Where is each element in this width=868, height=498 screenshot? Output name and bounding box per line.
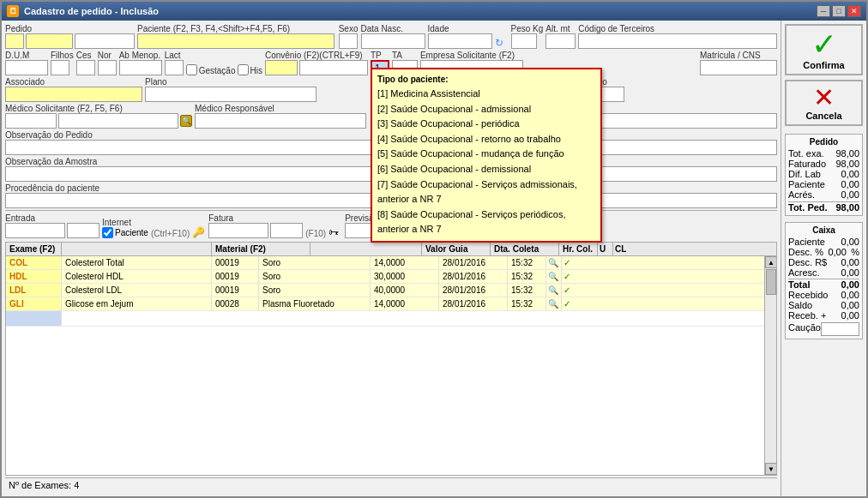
- entrada-label: Entrada: [5, 213, 99, 223]
- alt-input[interactable]: 0,00: [546, 33, 576, 49]
- minimize-button[interactable]: ─: [817, 5, 830, 17]
- scroll-up-arrow[interactable]: ▲: [765, 256, 776, 268]
- tooltip-item-8: [8] Saúde Ocupacional - Serviços periódi…: [377, 207, 595, 237]
- peso-input[interactable]: 0,0: [511, 33, 537, 49]
- entrada-date-input[interactable]: 28/01/2016: [5, 223, 65, 238]
- field-associado: Associado SARAH POSSI DOS SANTOS: [5, 77, 142, 102]
- col-valor: Valor Guia: [422, 243, 491, 255]
- medico-sol-id-input[interactable]: 0100001: [5, 113, 57, 129]
- acresc-label: Acresc.: [788, 267, 820, 278]
- associado-label: Associado: [5, 77, 142, 87]
- cancela-button[interactable]: ✕ Cancela: [785, 80, 863, 126]
- main-form: Pedido 01 0000017 01000001 Paciente (F2,…: [2, 21, 781, 496]
- his-label: His: [250, 66, 262, 75]
- paciente-name-input[interactable]: Sarah Possi dos Santos: [137, 33, 335, 49]
- pedido-id-input[interactable]: 0000017: [26, 33, 73, 49]
- row2-valor: 30,0000: [371, 270, 439, 283]
- ctrl-f10-label: (Ctrl+F10): [151, 229, 190, 238]
- caixa-paciente-row: Paciente 0,00: [788, 237, 859, 247]
- recebido-row: Recebido 0,00: [788, 290, 859, 300]
- medico-search-icon[interactable]: 🔍: [180, 115, 192, 127]
- plano-input[interactable]: [145, 87, 316, 102]
- row1-desc: Colesterol Total: [62, 256, 212, 269]
- fatura-time-input[interactable]: 15:32: [270, 223, 303, 238]
- data-nasc-input[interactable]: 11/12/1995: [361, 33, 425, 49]
- row1-mat-desc: Soro: [259, 256, 371, 269]
- maximize-button[interactable]: □: [832, 5, 846, 17]
- field-idade: Idade 20A 1M 17D: [428, 24, 492, 49]
- status-text: Nº de Exames: 4: [9, 480, 79, 490]
- entrada-time-input[interactable]: 15:32: [67, 223, 99, 238]
- confirma-label: Confirma: [790, 60, 858, 70]
- close-button[interactable]: ✕: [847, 5, 861, 17]
- filhos-label: Filhos: [51, 51, 74, 60]
- total-val: 0,00: [841, 279, 859, 290]
- matricula-input[interactable]: 2454545454: [700, 60, 777, 75]
- reload-icon[interactable]: ↻: [495, 37, 509, 49]
- tooltip-item-5: [5] Saúde Ocupacional - mudança de funçã…: [377, 147, 595, 162]
- lact-input[interactable]: [165, 60, 184, 75]
- col-hr: Hr. Col.: [559, 243, 598, 255]
- ces-input[interactable]: 0: [76, 60, 95, 75]
- tp-label: TP: [371, 51, 389, 60]
- acres-label: Acrés.: [788, 189, 815, 200]
- row4-code: GLI: [6, 297, 62, 310]
- convenio-name-input[interactable]: PLANSERV: [299, 60, 368, 75]
- convenio-code-input[interactable]: 0004: [265, 60, 298, 75]
- associado-input[interactable]: SARAH POSSI DOS SANTOS: [5, 87, 142, 102]
- dum-label: D.U.M: [5, 51, 48, 60]
- caixa-box: Caixa Paciente 0,00 Desc. % 0,00 % Desc.…: [785, 222, 863, 339]
- acres-row: Acrés. 0,00: [788, 189, 859, 200]
- field-plano: Plano: [145, 77, 383, 102]
- app-icon: 🗒: [7, 5, 19, 17]
- confirma-button[interactable]: ✓ Confirma: [785, 24, 863, 75]
- desc-perc-row: Desc. % 0,00 %: [788, 247, 859, 257]
- desc-perc-unit: %: [851, 247, 859, 257]
- paciente-id-input[interactable]: 01000001: [75, 33, 135, 49]
- fatura-key-icon[interactable]: 🗝: [329, 226, 342, 238]
- field-paciente: Paciente (F2, F3, F4,<Shift>+F4,F5, F6) …: [137, 24, 336, 49]
- col-cl: CL: [613, 243, 635, 255]
- ab-menop-input[interactable]: [119, 60, 162, 75]
- filhos-input[interactable]: 0: [51, 60, 69, 75]
- field-dum: D.U.M __/__: [5, 51, 48, 75]
- gestacao-checkbox[interactable]: [186, 64, 197, 75]
- sexo-input[interactable]: F: [339, 33, 358, 49]
- internet-checkbox[interactable]: [102, 227, 113, 238]
- tp-tooltip: Tipo do paciente: [1] Medicina Assistenc…: [371, 68, 602, 243]
- scroll-thumb[interactable]: [766, 269, 776, 295]
- obs-pedido-input[interactable]: [5, 140, 390, 155]
- medico-resp-input[interactable]: [195, 113, 366, 129]
- field-codigo-terceiros: Código de Terceiros: [578, 24, 777, 49]
- caucao-input[interactable]: [821, 322, 859, 336]
- row4-hr: 15:32: [508, 297, 546, 310]
- recebido-label: Recebido: [788, 290, 828, 300]
- nor-input[interactable]: 0: [98, 60, 117, 75]
- pedido-input[interactable]: 01: [5, 33, 24, 49]
- paciente-label: Paciente (F2, F3, F4,<Shift>+F4,F5, F6): [137, 24, 336, 33]
- dum-input[interactable]: __/__: [5, 60, 48, 75]
- alt-label: Alt. mt: [546, 24, 576, 33]
- internet-paciente-label: Paciente: [115, 228, 148, 237]
- codigo-terceiros-input[interactable]: [578, 33, 777, 49]
- field-obs-pedido: Observação do Pedido: [5, 130, 390, 155]
- tooltip-item-6: [6] Saúde Ocupacional - demissional: [377, 162, 595, 177]
- desc-rs-val: 0,00: [841, 257, 859, 267]
- f10-label: (F10): [305, 229, 326, 238]
- key-icon[interactable]: 🔑: [192, 226, 206, 238]
- ces-label: Ces: [76, 51, 95, 60]
- faturado-label: Faturado: [788, 159, 826, 169]
- medico-sol-name-input[interactable]: Não informado.: [58, 113, 178, 129]
- obs-amostra-input[interactable]: [5, 166, 390, 182]
- table-scrollbar[interactable]: ▲ ▼: [764, 256, 776, 475]
- plano-label: Plano: [145, 77, 383, 87]
- empty-row: [6, 311, 764, 327]
- caucao-row: Caução: [788, 322, 859, 336]
- xmark-icon: ✕: [790, 85, 858, 111]
- scroll-down-arrow[interactable]: ▼: [765, 463, 776, 475]
- fatura-date-input[interactable]: 28/01/2016: [208, 223, 268, 238]
- row-dum: D.U.M __/__ Filhos 0 Ces 0 Nor 0 Ab Meno…: [5, 51, 777, 75]
- row2-dta: 28/01/2016: [439, 270, 508, 283]
- col-material-desc: [310, 243, 422, 255]
- his-checkbox[interactable]: [238, 64, 249, 75]
